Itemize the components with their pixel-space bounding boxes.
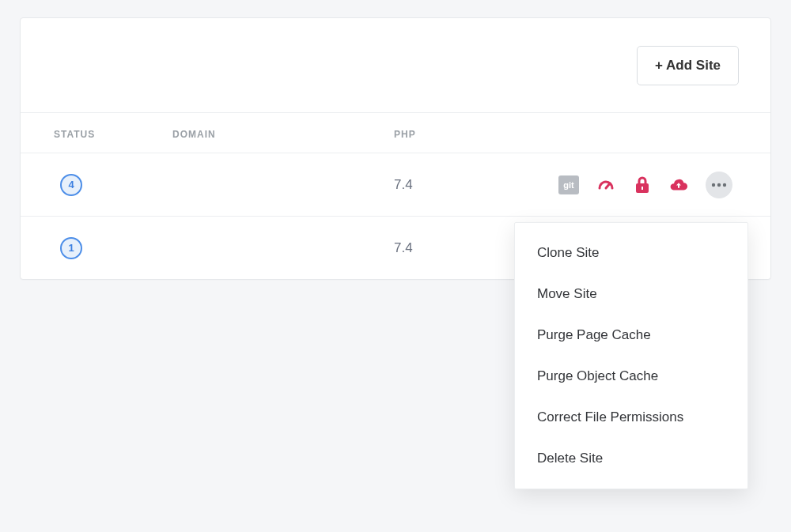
row-actions: git [536, 172, 737, 198]
menu-item-correct-file-permissions[interactable]: Correct File Permissions [515, 397, 747, 438]
lock-icon[interactable] [633, 175, 652, 194]
svg-rect-2 [642, 187, 643, 190]
table-header-row: STATUS DOMAIN PHP [21, 113, 770, 153]
menu-item-delete-site[interactable]: Delete Site [515, 438, 747, 479]
add-site-button[interactable]: + Add Site [637, 46, 739, 85]
card-header: + Add Site [21, 18, 770, 113]
status-cell: 4 [54, 174, 172, 196]
status-cell: 1 [54, 237, 172, 259]
column-header-status: STATUS [54, 129, 172, 140]
menu-item-move-site[interactable]: Move Site [515, 274, 747, 315]
column-header-domain: DOMAIN [172, 129, 394, 140]
menu-item-clone-site[interactable]: Clone Site [515, 232, 747, 274]
cloud-upload-icon[interactable] [669, 175, 688, 194]
menu-item-purge-page-cache[interactable]: Purge Page Cache [515, 315, 747, 356]
status-badge[interactable]: 1 [60, 237, 82, 259]
row-actions-menu: Clone Site Move Site Purge Page Cache Pu… [514, 222, 748, 489]
speedometer-icon[interactable] [596, 175, 615, 194]
column-header-php: PHP [394, 129, 536, 140]
more-actions-button[interactable] [706, 172, 732, 198]
svg-point-3 [712, 183, 715, 186]
svg-point-5 [723, 183, 726, 186]
svg-line-0 [606, 183, 610, 188]
status-badge[interactable]: 4 [60, 174, 82, 196]
table-row: 4 7.4 git [21, 153, 770, 216]
git-icon[interactable]: git [558, 175, 579, 194]
svg-point-4 [717, 183, 721, 186]
php-cell: 7.4 [394, 177, 536, 193]
menu-item-purge-object-cache[interactable]: Purge Object Cache [515, 356, 747, 397]
